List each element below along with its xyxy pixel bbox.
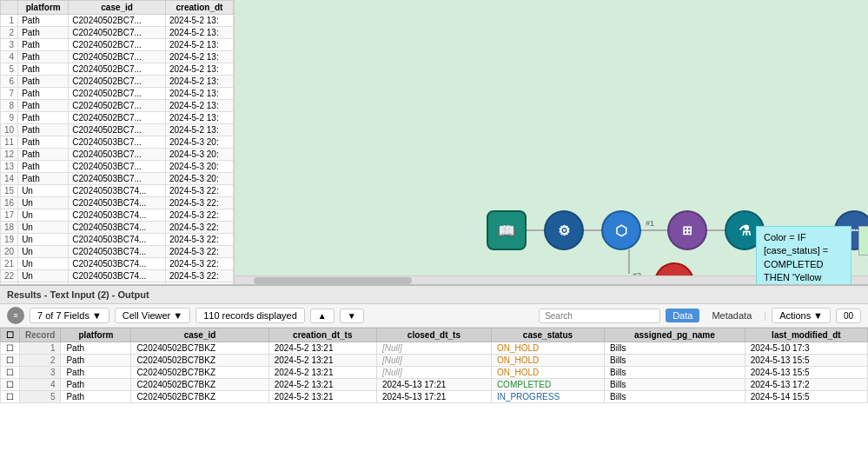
left-cell-platform: Un: [18, 197, 69, 209]
extra-icon-btn[interactable]: 00: [836, 309, 861, 323]
left-table-row: 14 Path C20240503BC7... 2024-5-3 20:: [1, 173, 234, 185]
workflow-canvas: ⬡ #1 ⊞ ⚗ ··· ✓: [235, 0, 868, 284]
sort-tooltip: RecordID - Ascending: [858, 226, 868, 256]
col-caseid-header: case_id: [69, 1, 166, 15]
results-cell-check[interactable]: ☐: [1, 342, 20, 355]
left-cell-platform: Path: [18, 124, 69, 136]
left-cell-caseid: C20240503BC74...: [69, 234, 166, 246]
branch-label-1: #1: [646, 219, 654, 228]
connector-2: [584, 229, 601, 231]
left-row-num: 4: [1, 51, 18, 63]
sort-down-btn[interactable]: ▼: [340, 309, 364, 323]
left-cell-creation: 2024-5-2 13:: [165, 63, 233, 76]
results-table-wrap: ☐ Record platform case_id creation_dt_ts…: [0, 328, 868, 458]
gear-node[interactable]: [544, 210, 584, 250]
results-cell-closed: 2024-5-13 17:21: [376, 379, 491, 391]
formula-icon: ⊞: [682, 223, 692, 237]
left-row-num: 1: [1, 15, 18, 27]
records-count-label: 110 records displayed: [203, 310, 297, 321]
union-node[interactable]: ⬡: [601, 210, 641, 250]
left-cell-platform: Path: [18, 88, 69, 100]
left-table-row: 7 Path C20240502BC7... 2024-5-2 13:: [1, 88, 234, 100]
col-modified-header: last_modified_dt: [745, 329, 867, 342]
cell-viewer-label: Cell Viewer: [123, 310, 170, 321]
left-row-num: 6: [1, 76, 18, 88]
left-row-num: 22: [1, 270, 18, 282]
connector-1: [527, 229, 544, 231]
left-cell-platform: Path: [18, 63, 69, 76]
book-node[interactable]: [487, 210, 527, 250]
left-table-row: 18 Un C20240503BC74... 2024-5-3 22:: [1, 222, 234, 234]
results-cell-num: 2: [20, 355, 61, 367]
results-cell-check[interactable]: ☐: [1, 367, 20, 379]
results-cell-assigned: Bills: [605, 355, 745, 367]
left-table-row: 6 Path C20240502BC7... 2024-5-2 13:: [1, 76, 234, 88]
left-cell-caseid: C20240502BC7...: [69, 15, 166, 27]
results-cell-check[interactable]: ☐: [1, 391, 20, 403]
results-cell-caseid: C20240502BC7BKZ: [131, 367, 268, 379]
results-cell-creation: 2024-5-2 13:21: [268, 355, 376, 367]
records-count-btn[interactable]: 110 records displayed: [195, 308, 305, 323]
actions-btn[interactable]: Actions ▼: [772, 308, 831, 323]
results-cell-assigned: Bills: [605, 379, 745, 391]
tab-data[interactable]: Data: [666, 309, 699, 322]
left-table-row: 16 Un C20240503BC74... 2024-5-3 22:: [1, 197, 234, 209]
left-row-num: 9: [1, 112, 18, 124]
tab-metadata[interactable]: Metadata: [705, 309, 759, 322]
color-icon: ⚗: [739, 222, 751, 239]
fields-count-label: 7 of 7 Fields: [37, 310, 89, 321]
formula-node[interactable]: ⊞: [667, 210, 707, 250]
results-cell-modified: 2024-5-13 15:5: [745, 367, 867, 379]
results-cell-modified: 2024-5-10 17:3: [745, 342, 867, 355]
results-cell-closed: [Null]: [376, 355, 491, 367]
canvas-scrollbar-thumb[interactable]: [254, 277, 412, 284]
results-cell-num: 5: [20, 391, 61, 403]
results-cell-assigned: Bills: [605, 367, 745, 379]
col-creation-header: creation_dt_ts: [268, 329, 376, 342]
left-table-row: 9 Path C20240502BC7... 2024-5-2 13:: [1, 112, 234, 124]
col-closed-header: closed_dt_ts: [376, 329, 491, 342]
left-table-row: 21 Un C20240503BC74... 2024-5-3 22:: [1, 258, 234, 270]
col-check-header[interactable]: ☐: [1, 329, 20, 342]
col-assigned-header: assigned_pg_name: [605, 329, 745, 342]
left-cell-creation: 2024-5-2 13:: [165, 88, 233, 100]
left-cell-creation: 2024-5-2 13:: [165, 39, 233, 51]
results-cell-assigned: Bills: [605, 342, 745, 355]
left-cell-creation: 2024-5-2 13:: [165, 27, 233, 39]
left-cell-platform: Path: [18, 173, 69, 185]
results-icon-1[interactable]: ≡: [7, 307, 24, 324]
left-cell-caseid: C20240502BC7...: [69, 27, 166, 39]
left-table-row: 11 Path C20240503BC7... 2024-5-3 20:: [1, 136, 234, 149]
fields-count-btn[interactable]: 7 of 7 Fields ▼: [30, 308, 109, 323]
left-cell-caseid: C20240503BC7...: [69, 161, 166, 173]
left-row-num: 20: [1, 246, 18, 258]
results-cell-caseid: C20240502BC7BKZ: [131, 391, 268, 403]
left-cell-creation: 2024-5-3 22:: [165, 270, 233, 282]
left-data-panel: platform case_id creation_dt 1 Path C202…: [0, 0, 235, 284]
sort-up-btn[interactable]: ▲: [310, 309, 335, 323]
results-cell-check[interactable]: ☐: [1, 379, 20, 391]
left-cell-creation: 2024-5-2 13:: [165, 100, 233, 112]
left-row-num: 12: [1, 149, 18, 161]
cell-viewer-btn[interactable]: Cell Viewer ▼: [115, 308, 190, 323]
left-table-row: 10 Path C20240502BC7... 2024-5-2 13:: [1, 124, 234, 136]
left-cell-caseid: C20240503BC74...: [69, 209, 166, 222]
results-cell-closed: [Null]: [376, 342, 491, 355]
left-table-row: 1 Path C20240502BC7... 2024-5-2 13:: [1, 15, 234, 27]
results-header: Results - Text Input (2) - Output: [0, 286, 868, 304]
col-num-header: [1, 1, 18, 15]
results-cell-closed: [Null]: [376, 367, 491, 379]
results-cell-check[interactable]: ☐: [1, 355, 20, 367]
left-cell-caseid: C20240502BC7...: [69, 88, 166, 100]
results-cell-num: 4: [20, 379, 61, 391]
search-input[interactable]: [539, 309, 660, 323]
left-table-row: 3 Path C20240502BC7... 2024-5-2 13:: [1, 39, 234, 51]
left-cell-caseid: C20240503BC74...: [69, 197, 166, 209]
left-cell-platform: Path: [18, 76, 69, 88]
results-cell-modified: 2024-5-13 17:2: [745, 379, 867, 391]
left-row-num: 14: [1, 173, 18, 185]
left-cell-creation: 2024-5-3 20:: [165, 149, 233, 161]
results-cell-creation: 2024-5-2 13:21: [268, 367, 376, 379]
left-cell-platform: Un: [18, 270, 69, 282]
col-status-header: case_status: [491, 329, 604, 342]
